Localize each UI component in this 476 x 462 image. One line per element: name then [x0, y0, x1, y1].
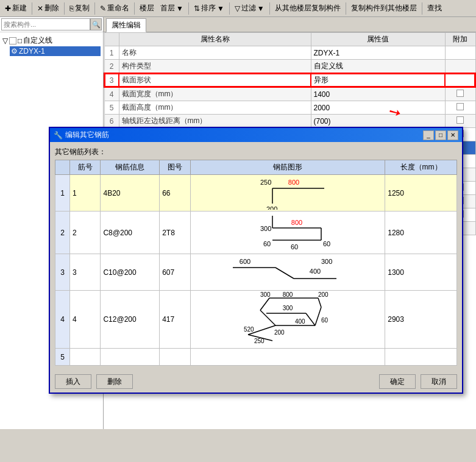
search-input[interactable]	[1, 18, 90, 30]
svg-text:800: 800	[291, 219, 302, 226]
svg-text:60: 60	[323, 240, 330, 247]
col-attach-header: 附加	[445, 33, 475, 46]
tree-child-label: ZDYX-1	[19, 47, 45, 55]
svg-line-21	[318, 298, 321, 307]
col-info: 钢筋信息	[101, 160, 160, 175]
sep3	[94, 2, 95, 15]
rebar-shape-1: 800 250 200	[233, 176, 343, 210]
svg-text:400: 400	[295, 318, 305, 325]
table-row[interactable]: 4 截面宽度（mm） 1400	[104, 87, 475, 101]
svg-text:250: 250	[254, 338, 265, 344]
svg-text:300: 300	[260, 225, 271, 232]
floor-button[interactable]: 楼层	[137, 2, 157, 14]
search-bar: 🔍	[0, 17, 103, 32]
dialog-content: 其它钢筋列表： 筋号 钢筋信息 图号 钢筋图形 长度（mm）	[50, 142, 462, 371]
svg-text:800: 800	[288, 179, 299, 186]
svg-text:800: 800	[283, 292, 293, 298]
col-num-header	[104, 33, 119, 46]
sep2	[64, 2, 65, 15]
copy-to-button[interactable]: 复制构件到其他楼层	[349, 2, 419, 14]
edit-rebar-dialog: ➘ 🔧 编辑其它钢筋 _ □ ✕ 其它钢筋列表： 筋号 钢	[49, 127, 463, 394]
rebar-shape-4: 800 300 60 300 400 200 520 250 200	[227, 292, 349, 347]
confirm-button[interactable]: 确定	[379, 374, 416, 389]
attach-checkbox[interactable]	[456, 116, 464, 124]
rebar-row-1[interactable]: 1 1 4B20 66 800	[55, 175, 457, 211]
table-row[interactable]: 5 截面高度（mm） 2000	[104, 101, 475, 115]
svg-text:60: 60	[263, 240, 271, 247]
rebar-row-5[interactable]: 5	[55, 349, 457, 366]
sep6	[229, 2, 230, 15]
rebar-row-2[interactable]: 2 2 C8@200 2T8	[55, 211, 457, 254]
expand-icon: ▽	[2, 37, 8, 45]
tree-root: ▽ □ 自定义线	[2, 35, 101, 46]
tree-child-item[interactable]: ⚙ ZDYX-1	[10, 46, 101, 56]
gear-icon: ⚙	[11, 47, 18, 55]
svg-line-27	[306, 313, 315, 325]
filter-button[interactable]: ▽ 过滤 ▼	[232, 2, 267, 14]
sep1	[32, 2, 32, 15]
rename-icon: ✎	[100, 4, 106, 13]
delete-button-dialog[interactable]: 删除	[96, 374, 133, 389]
rebar-row-4[interactable]: 4 4 C12@200 417	[55, 291, 457, 349]
sep5	[188, 2, 189, 15]
delete-button[interactable]: ✕ 删除	[35, 2, 62, 14]
table-row[interactable]: 2 构件类型 自定义线	[104, 60, 475, 74]
find-button[interactable]: 查找	[425, 2, 444, 14]
chevron-down-icon3: ▼	[257, 4, 265, 13]
svg-text:600: 600	[240, 258, 250, 265]
delete-icon: ✕	[37, 4, 43, 13]
sep7	[269, 2, 270, 15]
main-toolbar: ✚ 新建 ✕ 删除 ⎘ 复制 ✎ 重命名 楼层 首层 ▼ ⇅ 排序 ▼ ▽ 过滤…	[0, 0, 476, 17]
col-empty	[55, 160, 70, 175]
minimize-button[interactable]: _	[423, 130, 434, 140]
tree-root-label: 自定义线	[23, 35, 52, 46]
sort-button[interactable]: ⇅ 排序 ▼	[191, 2, 227, 14]
cancel-button[interactable]: 取消	[421, 374, 457, 389]
section-label: 其它钢筋列表：	[55, 147, 457, 157]
sep4	[134, 2, 135, 15]
folder-icon: □	[18, 37, 22, 45]
col-fig: 图号	[160, 160, 190, 175]
current-floor-btn[interactable]: 首层 ▼	[158, 2, 186, 14]
col-value-header: 属性值	[311, 33, 445, 46]
copy-icon: ⎘	[69, 4, 74, 13]
svg-text:200: 200	[266, 205, 277, 210]
dialog-icon: 🔧	[54, 131, 63, 140]
rebar-row-3[interactable]: 3 3 C10@200 607	[55, 254, 457, 291]
new-button[interactable]: ✚ 新建	[2, 2, 29, 14]
rebar-shape-2: 800 300 60 60 60	[233, 213, 343, 252]
root-checkbox[interactable]	[9, 37, 16, 44]
sep8	[346, 2, 346, 15]
svg-text:400: 400	[310, 268, 321, 275]
copy-button[interactable]: ⎘ 复制	[67, 2, 92, 14]
rename-button[interactable]: ✎ 重命名	[98, 2, 132, 14]
svg-text:250: 250	[260, 179, 271, 186]
close-button[interactable]: ✕	[447, 130, 458, 140]
rebar-shape-3: 600 400 300	[227, 255, 349, 289]
attach-checkbox[interactable]	[456, 90, 464, 97]
tab-property-edit[interactable]: 属性编辑	[106, 18, 146, 32]
dialog-footer: 插入 删除 确定 取消	[50, 371, 462, 393]
svg-text:520: 520	[244, 326, 254, 333]
copy-from-button[interactable]: 从其他楼层复制构件	[272, 2, 343, 14]
dialog-title-bar: 🔧 编辑其它钢筋 _ □ ✕	[50, 128, 462, 142]
svg-text:200: 200	[274, 329, 285, 336]
search-button[interactable]: 🔍	[90, 18, 102, 30]
insert-button[interactable]: 插入	[55, 374, 91, 389]
svg-line-23	[260, 310, 275, 325]
maximize-button[interactable]: □	[435, 130, 446, 140]
table-row[interactable]: 6 轴线距左边线距离（mm） (700)	[104, 115, 475, 128]
col-name-header: 属性名称	[119, 33, 311, 46]
attach-checkbox[interactable]	[456, 103, 464, 110]
col-shape: 钢筋图形	[190, 160, 385, 175]
new-icon: ✚	[5, 4, 11, 13]
svg-text:300: 300	[321, 258, 332, 265]
table-row-highlighted[interactable]: 3 截面形状 异形	[104, 73, 475, 87]
sep9	[422, 2, 422, 15]
svg-text:60: 60	[321, 317, 329, 324]
sort-icon: ⇅	[194, 4, 200, 13]
filter-icon: ▽	[235, 4, 240, 13]
table-row[interactable]: 1 名称 ZDYX-1	[104, 46, 475, 60]
svg-text:60: 60	[291, 243, 298, 251]
svg-line-22	[260, 298, 269, 310]
